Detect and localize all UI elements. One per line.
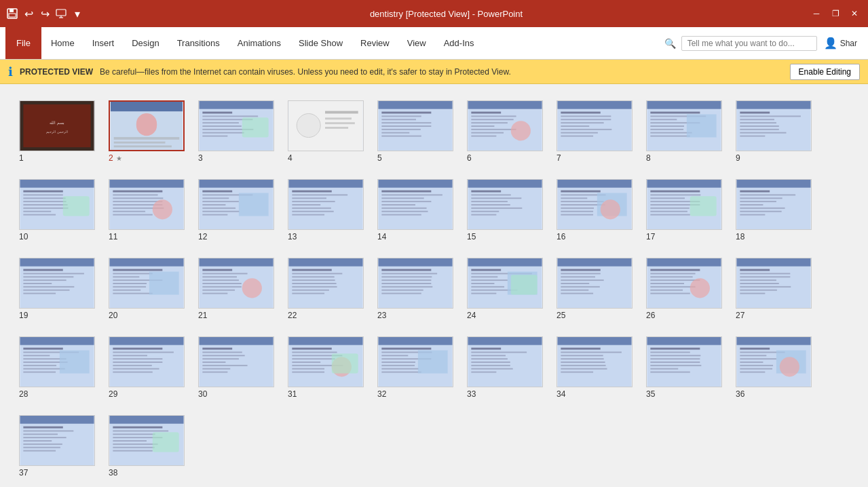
slide-item[interactable]: 16 bbox=[556, 179, 633, 241]
tab-slideshow[interactable]: Slide Show bbox=[290, 27, 351, 59]
slide-thumb-25[interactable] bbox=[556, 258, 633, 309]
present-icon[interactable] bbox=[54, 7, 68, 20]
slide-item[interactable]: 15 bbox=[467, 179, 543, 241]
minimize-button[interactable]: ─ bbox=[808, 5, 825, 22]
slide-item[interactable]: 4 bbox=[288, 100, 364, 163]
slide-thumb-30[interactable] bbox=[198, 336, 274, 387]
slide-item[interactable]: 14 bbox=[377, 179, 453, 241]
slide-item[interactable]: 33 bbox=[467, 336, 543, 399]
slide-thumb-16[interactable] bbox=[556, 179, 633, 230]
slide-thumb-8[interactable] bbox=[646, 100, 722, 151]
slide-item[interactable]: 2★ bbox=[109, 100, 185, 163]
slide-thumb-37[interactable] bbox=[19, 415, 95, 466]
slide-item[interactable]: 20 bbox=[109, 258, 185, 320]
tab-design[interactable]: Design bbox=[124, 27, 167, 59]
tab-review[interactable]: Review bbox=[352, 27, 398, 59]
svg-rect-173 bbox=[740, 191, 770, 193]
tab-transitions[interactable]: Transitions bbox=[169, 27, 228, 59]
slide-item[interactable]: 6 bbox=[467, 100, 543, 163]
slide-thumb-13[interactable] bbox=[288, 179, 364, 230]
slide-thumb-10[interactable] bbox=[19, 179, 95, 230]
slide-item[interactable]: بسم الله الرحمن الرحيم 1 bbox=[19, 100, 95, 163]
slide-thumb-20[interactable] bbox=[109, 258, 185, 309]
slide-item[interactable]: 7 bbox=[556, 100, 633, 163]
slide-item[interactable]: 13 bbox=[288, 179, 364, 241]
slide-thumb-4[interactable] bbox=[288, 100, 364, 151]
slide-thumb-17[interactable] bbox=[646, 179, 722, 230]
slide-thumb-29[interactable] bbox=[109, 336, 185, 387]
slide-item[interactable]: 32 bbox=[377, 336, 453, 399]
slide-thumb-21[interactable] bbox=[198, 258, 274, 309]
slide-item[interactable]: 27 bbox=[736, 258, 812, 320]
slide-item[interactable]: 9 bbox=[736, 100, 812, 163]
slide-item[interactable]: 36 bbox=[736, 336, 812, 399]
slide-item[interactable]: 25 bbox=[556, 258, 633, 320]
close-button[interactable]: ✕ bbox=[846, 5, 863, 22]
svg-rect-358 bbox=[650, 368, 678, 370]
slide-thumb-12[interactable] bbox=[198, 179, 274, 230]
slide-num-row-2: 2★ bbox=[109, 153, 122, 163]
slide-thumb-3[interactable] bbox=[198, 100, 274, 151]
slide-item[interactable]: 37 bbox=[19, 415, 95, 478]
slide-thumb-24[interactable] bbox=[467, 258, 543, 309]
slide-thumb-32[interactable] bbox=[377, 336, 453, 387]
slide-thumb-27[interactable] bbox=[736, 258, 812, 309]
slide-thumb-9[interactable] bbox=[736, 100, 812, 151]
slide-thumb-6[interactable] bbox=[467, 100, 543, 151]
slide-thumb-33[interactable] bbox=[467, 336, 543, 387]
undo-icon[interactable]: ↩ bbox=[22, 7, 35, 20]
slide-item[interactable]: 17 bbox=[646, 179, 722, 241]
slide-thumb-18[interactable] bbox=[736, 179, 812, 230]
customize-icon[interactable]: ▾ bbox=[71, 7, 84, 20]
tab-insert[interactable]: Insert bbox=[84, 27, 123, 59]
enable-editing-button[interactable]: Enable Editing bbox=[790, 64, 860, 80]
slide-item[interactable]: 10 bbox=[19, 179, 95, 241]
slide-item[interactable]: 21 bbox=[198, 258, 274, 320]
slide-item[interactable]: 38 bbox=[109, 415, 185, 478]
slide-item[interactable]: 23 bbox=[377, 258, 453, 320]
slide-thumb-38[interactable] bbox=[109, 415, 185, 466]
slide-item[interactable]: 26 bbox=[646, 258, 722, 320]
slide-thumb-1[interactable]: بسم الله الرحمن الرحيم bbox=[19, 100, 95, 151]
tab-file[interactable]: File bbox=[5, 27, 41, 59]
slide-thumb-5[interactable] bbox=[377, 100, 453, 151]
slide-item[interactable]: 35 bbox=[646, 336, 722, 399]
slide-thumb-7[interactable] bbox=[556, 100, 633, 151]
slide-thumb-11[interactable] bbox=[109, 179, 185, 230]
slide-thumb-35[interactable] bbox=[646, 336, 722, 387]
redo-icon[interactable]: ↪ bbox=[38, 7, 52, 20]
tab-view[interactable]: View bbox=[399, 27, 434, 59]
slide-item[interactable]: 3 bbox=[198, 100, 274, 163]
slide-item[interactable]: 11 bbox=[109, 179, 185, 241]
slide-item[interactable]: 30 bbox=[198, 336, 274, 399]
tab-animations[interactable]: Animations bbox=[229, 27, 289, 59]
tab-home[interactable]: Home bbox=[43, 27, 83, 59]
slide-item[interactable]: 34 bbox=[556, 336, 633, 399]
slide-thumb-14[interactable] bbox=[377, 179, 453, 230]
slide-item[interactable]: 18 bbox=[736, 179, 812, 241]
slide-thumb-2[interactable] bbox=[109, 100, 185, 151]
slide-thumb-19[interactable] bbox=[19, 258, 95, 309]
slide-thumb-36[interactable] bbox=[736, 336, 812, 387]
slide-item[interactable]: 24 bbox=[467, 258, 543, 320]
slide-thumb-23[interactable] bbox=[377, 258, 453, 309]
slide-thumb-15[interactable] bbox=[467, 179, 543, 230]
slide-item[interactable]: 12 bbox=[198, 179, 274, 241]
slide-thumb-26[interactable] bbox=[646, 258, 722, 309]
slide-item[interactable]: 19 bbox=[19, 258, 95, 320]
slide-thumb-34[interactable] bbox=[556, 336, 633, 387]
slide-number-25: 25 bbox=[556, 311, 565, 320]
slide-item[interactable]: 22 bbox=[288, 258, 364, 320]
slide-item[interactable]: 31 bbox=[288, 336, 364, 399]
slide-thumb-22[interactable] bbox=[288, 258, 364, 309]
slide-item[interactable]: 29 bbox=[109, 336, 185, 399]
slide-item[interactable]: 28 bbox=[19, 336, 95, 399]
slide-thumb-31[interactable] bbox=[288, 336, 364, 387]
search-input[interactable] bbox=[681, 36, 817, 51]
restore-button[interactable]: ❐ bbox=[827, 5, 844, 22]
slide-item[interactable]: 5 bbox=[377, 100, 453, 163]
save-icon[interactable] bbox=[5, 7, 19, 20]
slide-thumb-28[interactable] bbox=[19, 336, 95, 387]
tab-addins[interactable]: Add-Ins bbox=[436, 27, 483, 59]
slide-item[interactable]: 8 bbox=[646, 100, 722, 163]
